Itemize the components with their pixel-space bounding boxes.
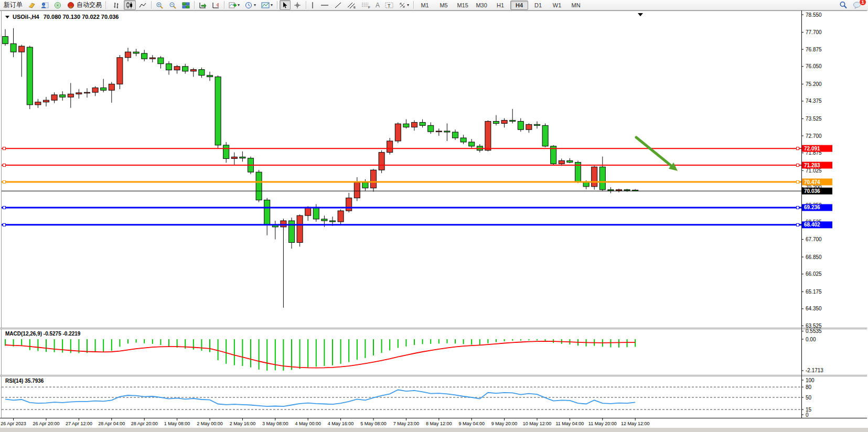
autotrading-icon bbox=[67, 2, 75, 9]
price-line-handle[interactable] bbox=[797, 206, 799, 209]
candle-body bbox=[330, 221, 336, 222]
timeframe-M1[interactable]: M1 bbox=[416, 1, 434, 10]
candle-body bbox=[518, 121, 523, 129]
candle-body bbox=[379, 153, 384, 170]
vertical-line-tool-button[interactable] bbox=[308, 0, 317, 10]
rsi-tick-label: 100 bbox=[806, 377, 815, 383]
chart-canvas[interactable]: 78.55077.70076.87576.05075.20074.37573.5… bbox=[0, 10, 868, 427]
line-chart-button[interactable] bbox=[137, 0, 149, 10]
candle-body bbox=[68, 94, 73, 97]
horizontal-line-tool-button[interactable] bbox=[318, 0, 331, 10]
time-tick-label: 1 May 08:00 bbox=[164, 421, 190, 426]
trading-terminal: 新订单 自动交易 bbox=[0, 0, 868, 432]
text-tool-button[interactable]: A bbox=[373, 0, 382, 10]
profile-button[interactable] bbox=[39, 0, 51, 10]
chart-shift-button[interactable] bbox=[210, 0, 222, 10]
candle-body bbox=[305, 207, 311, 215]
candle-body bbox=[240, 157, 245, 158]
cursor-tool-button[interactable] bbox=[280, 0, 291, 10]
chart-symbol-label: USOil-,H4 bbox=[13, 14, 39, 20]
price-line-handle[interactable] bbox=[797, 147, 799, 150]
time-tick-label: 26 Apr 2023 bbox=[1, 421, 26, 426]
zoom-in-button[interactable] bbox=[154, 0, 166, 10]
toolbar-separator bbox=[277, 1, 277, 9]
price-line-handle[interactable] bbox=[3, 164, 6, 167]
zoom-out-icon bbox=[169, 2, 177, 9]
timeframe-M5[interactable]: M5 bbox=[435, 1, 453, 10]
notifications-button[interactable]: 1 bbox=[851, 0, 864, 10]
price-line-handle[interactable] bbox=[3, 181, 6, 183]
label-letter: T bbox=[388, 3, 391, 8]
dropdown-arrow-icon: ▾ bbox=[238, 3, 240, 7]
chart-title-expand-icon[interactable] bbox=[5, 16, 9, 18]
signal-button[interactable] bbox=[52, 0, 64, 10]
time-tick-label: 11 May 20:00 bbox=[588, 421, 617, 426]
price-line-handle[interactable] bbox=[3, 206, 6, 209]
templates-button[interactable]: ▾ bbox=[259, 0, 275, 10]
price-line-handle[interactable] bbox=[797, 164, 799, 167]
candle-body bbox=[10, 44, 16, 52]
periods-button[interactable]: ▾ bbox=[243, 0, 258, 10]
candle-body bbox=[149, 58, 155, 59]
market-watch-button[interactable] bbox=[26, 0, 38, 10]
chart-title: USOil-,H4 70.080 70.130 70.022 70.036 bbox=[5, 14, 119, 20]
new-order-button[interactable]: 新订单 bbox=[2, 0, 25, 10]
tile-windows-button[interactable] bbox=[180, 0, 192, 10]
toolbar-separator bbox=[151, 1, 152, 9]
macd-tick-label: -2.1713 bbox=[806, 368, 823, 373]
candlestick-chart-button[interactable] bbox=[124, 0, 136, 10]
new-order-label: 新订单 bbox=[4, 1, 23, 9]
candle-body bbox=[428, 125, 434, 132]
text-tool-icon: A bbox=[376, 2, 380, 9]
time-tick-label: 11 May 04:00 bbox=[555, 421, 584, 426]
clock-icon bbox=[245, 2, 253, 9]
arrows-tool-button[interactable]: ▾ bbox=[397, 0, 411, 10]
auto-scroll-button[interactable] bbox=[197, 0, 209, 10]
macd-tick-label: 0.5535 bbox=[806, 328, 822, 334]
new-indicator-button[interactable]: ▾ bbox=[227, 0, 242, 10]
timeframe-H1[interactable]: H1 bbox=[491, 1, 509, 10]
bar-chart-button[interactable] bbox=[111, 0, 123, 10]
price-line-handle[interactable] bbox=[3, 147, 6, 150]
y-tick-label: 74.375 bbox=[806, 98, 822, 104]
chart-background bbox=[0, 10, 868, 427]
candle-body bbox=[403, 124, 409, 127]
timeframe-MN[interactable]: MN bbox=[567, 1, 585, 10]
gold-book-icon bbox=[28, 2, 36, 9]
candle-body bbox=[599, 167, 605, 189]
channel-tool-button[interactable]: E bbox=[345, 0, 358, 10]
candle-body bbox=[526, 124, 532, 129]
candle-body bbox=[297, 215, 303, 242]
candle-body bbox=[542, 125, 548, 146]
timeframe-W1[interactable]: W1 bbox=[548, 1, 566, 10]
rsi-indicator-label: RSI(14) 35.7936 bbox=[5, 378, 44, 384]
zoom-out-button[interactable] bbox=[167, 0, 179, 10]
price-line-handle[interactable] bbox=[3, 223, 6, 226]
timeframe-M30[interactable]: M30 bbox=[473, 1, 490, 10]
price-line-handle[interactable] bbox=[797, 181, 799, 183]
candle-body bbox=[362, 182, 368, 188]
time-tick-label: 4 May 00:00 bbox=[295, 421, 321, 426]
search-button[interactable] bbox=[837, 0, 850, 10]
candle-body bbox=[395, 124, 401, 141]
bar-chart-icon bbox=[113, 2, 121, 9]
time-tick-label: 5 May 08:00 bbox=[360, 421, 387, 426]
y-tick-label: 76.875 bbox=[806, 47, 822, 52]
crosshair-tool-button[interactable] bbox=[292, 0, 304, 10]
candle-body bbox=[183, 67, 188, 71]
y-tick-label: 66.850 bbox=[806, 254, 822, 260]
candle-body bbox=[346, 198, 352, 211]
timeframe-M15[interactable]: M15 bbox=[454, 1, 471, 10]
timeframe-D1[interactable]: D1 bbox=[529, 1, 547, 10]
notification-badge: 1 bbox=[859, 0, 866, 6]
toolbar: 新订单 自动交易 bbox=[0, 0, 868, 10]
trendline-tool-button[interactable] bbox=[332, 0, 344, 10]
label-tool-button[interactable]: T bbox=[383, 0, 395, 10]
candle-body bbox=[371, 170, 377, 188]
y-tick-label: 77.700 bbox=[806, 29, 822, 35]
y-tick-label: 65.175 bbox=[806, 289, 822, 295]
price-line-handle[interactable] bbox=[797, 223, 799, 226]
fibonacci-tool-button[interactable]: F bbox=[359, 0, 372, 10]
timeframe-H4[interactable]: H4 bbox=[510, 1, 528, 10]
autotrading-button[interactable]: 自动交易 bbox=[65, 0, 104, 10]
